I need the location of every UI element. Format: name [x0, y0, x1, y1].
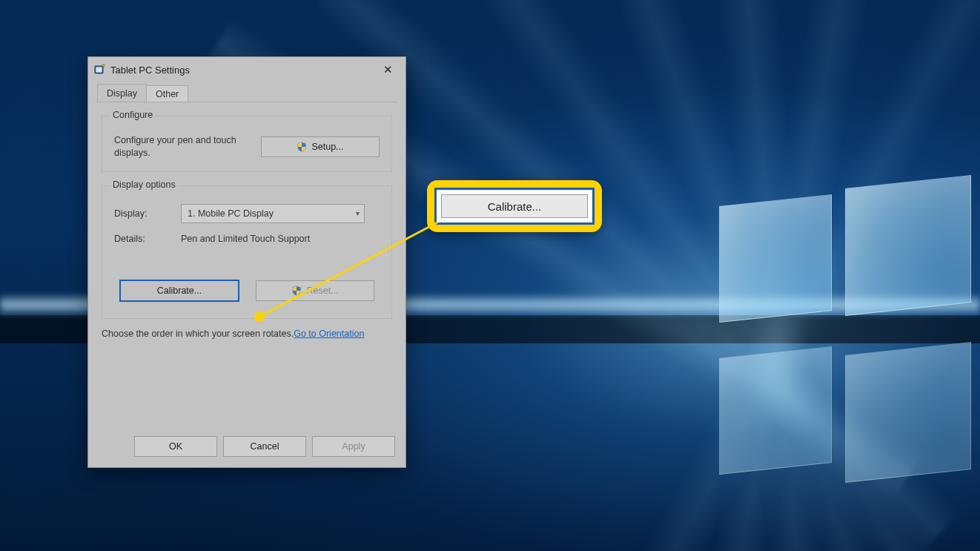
tab-label: Display	[107, 88, 137, 99]
display-dropdown-value: 1. Mobile PC Display	[188, 208, 274, 219]
setup-button-label: Setup...	[311, 142, 343, 152]
window-title: Tablet PC Settings	[110, 65, 190, 76]
details-label: Details:	[114, 234, 181, 244]
ok-button-label: OK	[169, 441, 182, 452]
display-options-group: Display options Display: 1. Mobile PC Di…	[102, 185, 392, 319]
orientation-link[interactable]: Go to Orientation	[294, 329, 364, 339]
tab-other[interactable]: Other	[146, 85, 188, 102]
calibrate-button-label: Calibrate...	[157, 286, 202, 296]
details-value: Pen and Limited Touch Support	[181, 234, 380, 244]
tab-display[interactable]: Display	[97, 84, 147, 102]
dialog-button-row: OK Cancel Apply	[134, 436, 395, 457]
windows-desktop: Tablet PC Settings ✕ Display Other Confi…	[0, 0, 980, 551]
uac-shield-icon	[297, 142, 307, 152]
reset-button-label: Reset...	[306, 286, 338, 296]
callout-inner: Calibrate...	[434, 188, 595, 225]
reset-button[interactable]: Reset...	[256, 280, 374, 301]
windows-logo-pane	[719, 194, 832, 323]
windows-logo-pane	[719, 346, 832, 475]
apply-button-label: Apply	[342, 441, 365, 452]
chevron-down-icon: ▾	[356, 209, 360, 217]
windows-logo-pane	[845, 175, 971, 316]
callout-highlight: Calibrate...	[427, 180, 602, 232]
svg-rect-1	[96, 67, 102, 73]
display-label: Display:	[114, 208, 181, 219]
cancel-button-label: Cancel	[251, 441, 279, 452]
tab-rule	[96, 102, 398, 102]
apply-button[interactable]: Apply	[312, 436, 395, 457]
close-icon: ✕	[383, 63, 393, 76]
configure-group: Configure Configure your pen and touch d…	[102, 116, 392, 172]
setup-button[interactable]: Setup...	[261, 136, 380, 157]
callout-calibrate-button: Calibrate...	[441, 194, 588, 218]
orientation-hint-text: Choose the order in which your screen ro…	[102, 329, 294, 339]
tablet-pc-settings-dialog: Tablet PC Settings ✕ Display Other Confi…	[87, 56, 406, 468]
orientation-hint: Choose the order in which your screen ro…	[102, 328, 392, 340]
ok-button[interactable]: OK	[134, 436, 217, 457]
tab-strip: Display Other	[88, 82, 405, 102]
display-dropdown[interactable]: 1. Mobile PC Display ▾	[181, 204, 365, 223]
calibrate-button[interactable]: Calibrate...	[119, 280, 239, 302]
tab-label: Other	[156, 89, 179, 99]
close-button[interactable]: ✕	[371, 59, 404, 81]
title-bar[interactable]: Tablet PC Settings ✕	[88, 57, 405, 82]
group-legend: Configure	[110, 110, 156, 120]
windows-logo	[719, 178, 971, 475]
callout-label: Calibrate...	[488, 200, 542, 213]
configure-text: Configure your pen and touch displays.	[114, 134, 261, 159]
group-legend: Display options	[110, 179, 179, 190]
tablet-pc-icon	[94, 64, 106, 76]
uac-shield-icon	[291, 286, 302, 296]
cancel-button[interactable]: Cancel	[223, 436, 306, 457]
windows-logo-pane	[845, 342, 971, 483]
